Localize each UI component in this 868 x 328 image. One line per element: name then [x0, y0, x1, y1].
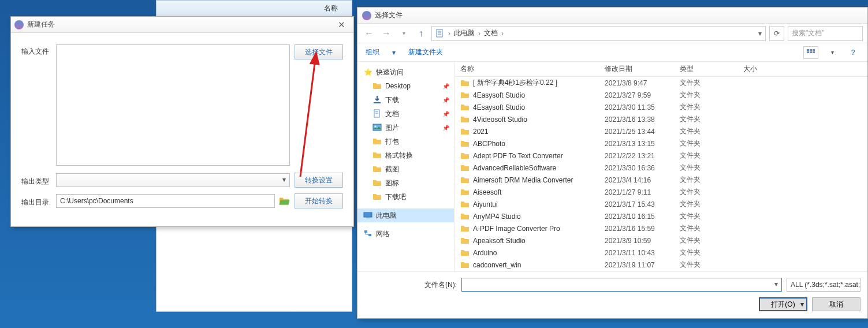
file-date: 2021/3/27 9:59	[605, 91, 680, 99]
search-input[interactable]: 搜索"文档"	[788, 26, 863, 41]
app-icon	[14, 20, 24, 29]
file-type: 文件夹	[680, 199, 743, 209]
file-type: 文件夹	[680, 151, 743, 161]
open-button[interactable]: 打开(O)	[759, 297, 807, 311]
output-dir-input[interactable]: C:\Users\pc\Documents	[56, 194, 275, 208]
nav-item[interactable]: 图片📌	[357, 121, 454, 135]
folder-icon	[460, 248, 470, 258]
app-icon	[362, 11, 371, 20]
table-row[interactable]: 4Easysoft Studio2021/3/27 9:59文件夹	[455, 89, 867, 101]
file-name: [ 新华字典4秒1步检字0.22 ]	[473, 78, 605, 88]
file-date: 2021/3/13 13:15	[605, 140, 680, 148]
star-icon: ⭐	[363, 68, 372, 77]
recent-chevron-icon[interactable]: ▾	[397, 27, 411, 40]
chevron-down-icon[interactable]: ▾	[392, 49, 396, 57]
nav-item[interactable]: 打包	[357, 135, 454, 148]
table-row[interactable]: AdvancedReliableSoftware2021/3/30 16:36文…	[455, 162, 867, 174]
file-type: 文件夹	[680, 126, 743, 136]
chevron-down-icon[interactable]: ▾	[831, 49, 834, 55]
crumb-documents[interactable]: 文档	[484, 28, 498, 38]
close-icon[interactable]: ✕	[333, 20, 350, 30]
chevron-right-icon: ›	[478, 29, 480, 38]
nav-item[interactable]: 截图	[357, 162, 454, 176]
nav-item[interactable]: 图标	[357, 176, 454, 190]
new-task-dialog: 新建任务 ✕ 输入文件 选择文件 输出类型 转换设置 输出目录 C:\Users…	[10, 16, 354, 227]
table-row[interactable]: Aiyuntui2021/3/17 15:43文件夹	[455, 198, 867, 210]
output-type-select[interactable]	[56, 173, 290, 187]
new-folder-button[interactable]: 新建文件夹	[408, 47, 443, 57]
nav-item-label: 截图	[385, 165, 399, 174]
up-icon[interactable]: ↑	[414, 27, 428, 40]
computer-icon	[363, 211, 372, 220]
nav-this-pc[interactable]: 此电脑	[357, 208, 454, 222]
input-file-textarea[interactable]	[56, 44, 290, 166]
nav-item-label: 文档	[385, 109, 399, 119]
cancel-button[interactable]: 取消	[812, 297, 860, 311]
view-options-button[interactable]	[803, 46, 818, 59]
table-row[interactable]: Aiseesoft2021/1/27 9:11文件夹	[455, 186, 867, 198]
table-row[interactable]: A-PDF Image Converter Pro2021/3/16 15:59…	[455, 222, 867, 234]
folder-icon	[372, 178, 382, 188]
nav-item[interactable]: Desktop📌	[357, 79, 454, 93]
refresh-icon[interactable]: ⟳	[769, 26, 784, 41]
col-type[interactable]: 类型	[680, 64, 743, 74]
file-type: 文件夹	[680, 175, 743, 185]
nav-item[interactable]: 格式转换	[357, 148, 454, 162]
file-type: 文件夹	[680, 78, 743, 88]
table-row[interactable]: Apeaksoft Studio2021/3/9 10:59文件夹	[455, 234, 867, 247]
select-file-button[interactable]: 选择文件	[295, 44, 343, 59]
file-type: 文件夹	[680, 163, 743, 173]
table-row[interactable]: [ 新华字典4秒1步检字0.22 ]2021/3/8 9:47文件夹	[455, 77, 867, 89]
folder-icon	[460, 176, 470, 185]
file-date: 2021/3/16 15:59	[605, 225, 680, 233]
folder-icon	[460, 115, 470, 124]
convert-settings-button[interactable]: 转换设置	[295, 173, 343, 188]
table-row[interactable]: cadconvert_win2021/3/19 11:07文件夹	[455, 259, 867, 271]
col-size[interactable]: 大小	[743, 64, 789, 74]
filename-label: 文件名(N):	[364, 280, 457, 290]
start-convert-button[interactable]: 开始转换	[295, 193, 343, 208]
crumb-this-pc[interactable]: 此电脑	[454, 28, 475, 38]
browse-folder-icon[interactable]	[277, 195, 291, 207]
folder-icon	[372, 165, 382, 174]
file-name: Apeaksoft Studio	[473, 237, 605, 245]
help-icon[interactable]: ?	[847, 46, 859, 59]
file-name: Arduino	[473, 249, 605, 257]
nav-item[interactable]: 下载📌	[357, 93, 454, 107]
table-row[interactable]: Aimersoft DRM Media Converter2021/3/4 14…	[455, 174, 867, 186]
table-row[interactable]: ABCPhoto2021/3/13 13:15文件夹	[455, 137, 867, 150]
filename-input[interactable]	[461, 278, 782, 292]
output-type-label: 输出类型	[21, 174, 56, 187]
folder-icon	[460, 151, 470, 161]
new-task-titlebar[interactable]: 新建任务 ✕	[11, 17, 353, 33]
folder-icon	[460, 212, 470, 221]
table-row[interactable]: 4Videosoft Studio2021/3/16 13:38文件夹	[455, 113, 867, 125]
filetype-filter[interactable]: ALL (*.3ds;*.sat;*.asat;*.	[787, 278, 860, 292]
folder-icon	[460, 163, 470, 173]
table-row[interactable]: Arduino2021/3/11 10:43文件夹	[455, 247, 867, 259]
table-row[interactable]: 20212021/1/25 13:44文件夹	[455, 125, 867, 137]
input-file-label: 输入文件	[21, 44, 56, 57]
pin-icon: 📌	[442, 111, 449, 117]
nav-item[interactable]: 文档📌	[357, 107, 454, 121]
breadcrumb[interactable]: › 此电脑 › 文档 › ▾	[431, 26, 766, 41]
file-picker-footer: 文件名(N): ALL (*.3ds;*.sat;*.asat;*. 打开(O)…	[357, 271, 867, 318]
output-dir-label: 输出目录	[21, 195, 56, 207]
file-type: 文件夹	[680, 102, 743, 112]
organize-menu[interactable]: 组织	[366, 47, 379, 57]
col-name[interactable]: 名称	[460, 64, 605, 74]
chevron-down-icon[interactable]: ▾	[758, 29, 762, 38]
folder-icon	[460, 91, 470, 100]
file-picker-titlebar[interactable]: 选择文件	[357, 8, 867, 24]
back-icon[interactable]: ←	[362, 27, 376, 40]
nav-quick-access[interactable]: ⭐ 快速访问	[357, 65, 454, 79]
table-row[interactable]: Adept PDF To Text Converter2021/2/22 13:…	[455, 150, 867, 162]
svg-rect-6	[810, 49, 812, 51]
nav-network[interactable]: 网络	[357, 227, 454, 241]
nav-item[interactable]: 下载吧	[357, 190, 454, 204]
svg-point-16	[375, 126, 377, 128]
table-row[interactable]: 4Esaysoft Studio2021/3/30 11:35文件夹	[455, 101, 867, 113]
col-date[interactable]: 修改日期	[605, 64, 680, 74]
file-list[interactable]: [ 新华字典4秒1步检字0.22 ]2021/3/8 9:47文件夹4Easys…	[455, 77, 867, 271]
table-row[interactable]: AnyMP4 Studio2021/3/10 16:15文件夹	[455, 210, 867, 222]
